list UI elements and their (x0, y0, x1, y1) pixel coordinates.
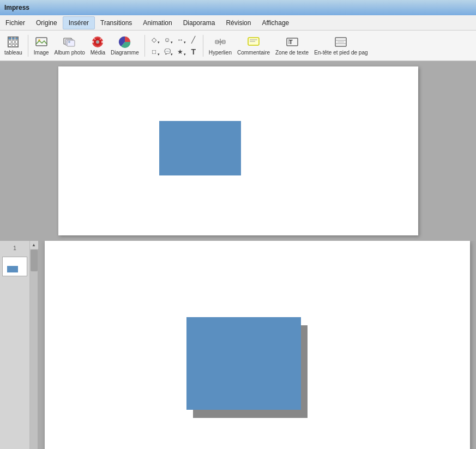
svg-rect-4 (67, 40, 75, 46)
commentaire-button[interactable]: Commentaire (235, 34, 272, 57)
hyperlien-label: Hyperlien (209, 50, 232, 56)
diagramme-button[interactable]: Diagramme (109, 34, 141, 57)
album-icon (63, 35, 76, 48)
menu-affichage[interactable]: Affichage (256, 17, 294, 29)
hyperlien-button[interactable]: Hyperlien (207, 34, 234, 57)
zone-texte-label: Zone de texte (275, 50, 309, 56)
menu-transitions[interactable]: Transitions (95, 17, 137, 29)
comment-icon (247, 35, 260, 48)
slide-canvas (45, 241, 470, 449)
smiley-button[interactable]: ☺▾ (161, 34, 173, 45)
slide-number: 1 (13, 245, 16, 251)
menu-fichier[interactable]: Fichier (0, 17, 31, 29)
mini-row-1: ◇▾ ☺▾ ↔▾ ╱ (148, 34, 200, 45)
scroll-track[interactable] (30, 249, 38, 449)
menu-bar: Fichier Origine Insérer Transitions Anim… (0, 15, 476, 31)
left-scrollbar: ▲ ▼ (30, 241, 38, 449)
diagramme-label: Diagramme (111, 50, 139, 56)
menu-origine[interactable]: Origine (31, 17, 63, 29)
table-icon (7, 35, 20, 48)
top-slide-canvas (58, 66, 418, 235)
media-icon (91, 35, 104, 48)
toolbar: tableau Image Album photo (0, 31, 476, 61)
main-shape (186, 317, 301, 410)
entete-button[interactable]: En-tête et pied de pag (312, 34, 370, 57)
tableau-label: tableau (4, 50, 22, 56)
app-title: Impress (4, 4, 29, 11)
svg-text:T: T (289, 39, 293, 45)
svg-point-5 (68, 41, 70, 43)
scroll-up-arrow[interactable]: ▲ (30, 241, 38, 249)
svg-rect-10 (101, 41, 103, 43)
image-button[interactable]: Image (32, 34, 51, 57)
content-wrapper: 1 ▲ ▼ (0, 61, 476, 449)
slide-thumbnail[interactable] (2, 257, 27, 276)
arrows-button[interactable]: ↔▾ (174, 34, 186, 45)
entete-label: En-tête et pied de pag (314, 50, 367, 56)
media-label: Média (91, 50, 105, 56)
svg-rect-9 (92, 41, 94, 43)
media-button[interactable]: Média (88, 34, 107, 57)
separator-3 (203, 35, 203, 57)
title-bar: Impress (0, 0, 476, 15)
tableau-button[interactable]: tableau (2, 34, 25, 57)
menu-revision[interactable]: Révision (220, 17, 256, 29)
header-icon (334, 35, 347, 48)
album-label: Album photo (55, 50, 85, 56)
commentaire-label: Commentaire (237, 50, 270, 56)
scroll-thumb[interactable] (31, 250, 38, 271)
menu-inserer[interactable]: Insérer (63, 16, 95, 29)
image-icon (35, 35, 48, 48)
bubble-button[interactable]: 💬▾ (161, 46, 173, 57)
top-slide-area (0, 61, 476, 241)
textbox-icon: T (286, 35, 299, 48)
zone-texte-button[interactable]: T Zone de texte (273, 34, 311, 57)
separator-1 (28, 35, 28, 57)
diagramme-icon (118, 35, 131, 48)
svg-point-8 (96, 40, 99, 44)
star-button[interactable]: ★▾ (174, 46, 186, 57)
text-t-button[interactable]: T (188, 46, 200, 57)
separator-2 (144, 35, 145, 57)
thumb-shape (7, 266, 18, 272)
bottom-area: 1 ▲ ▼ (0, 241, 476, 449)
mini-row-2: □▾ 💬▾ ★▾ T (148, 46, 200, 57)
shape-button[interactable]: □▾ (148, 46, 160, 57)
hyperlink-icon (214, 35, 227, 48)
album-button[interactable]: Album photo (52, 34, 87, 57)
canvas-area (38, 241, 476, 449)
diamond-button[interactable]: ◇▾ (148, 34, 160, 45)
slide-panel: 1 (0, 241, 30, 449)
line-button[interactable]: ╱ (188, 34, 200, 45)
menu-diaporama[interactable]: Diaporama (178, 17, 221, 29)
menu-animation[interactable]: Animation (137, 17, 177, 29)
top-slide-shape (159, 121, 241, 175)
mini-tools-group: ◇▾ ☺▾ ↔▾ ╱ □▾ 💬▾ ★▾ T (148, 34, 200, 57)
image-label: Image (34, 50, 49, 56)
